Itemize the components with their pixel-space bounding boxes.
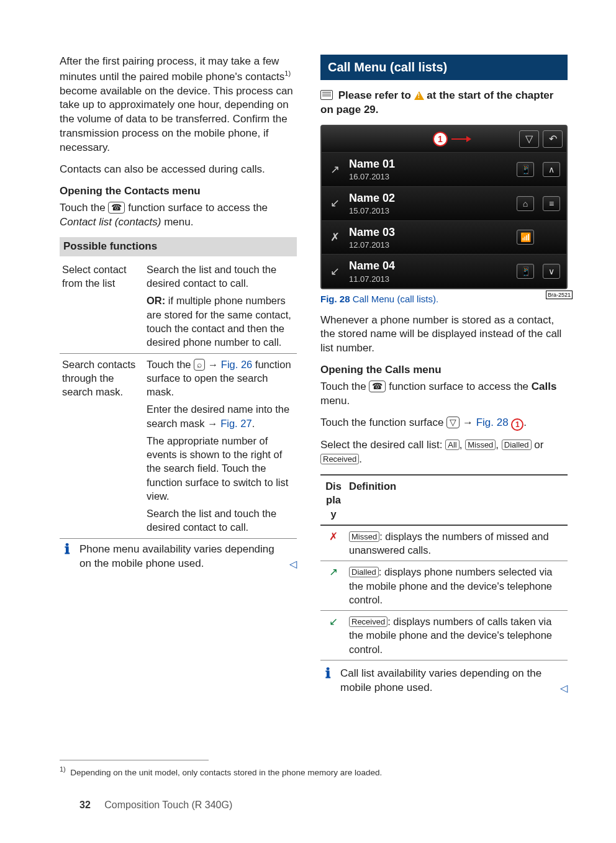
right-note: ℹ Call list availability varies dependin…: [320, 667, 568, 695]
figure-28: 1 ▽ ↶ ↗ Name 01 16.07.2013 📱 ∧: [320, 125, 568, 289]
missed-row-text: Missed: displays the numbers of missed a…: [346, 525, 568, 561]
screenshot-header: 1 ▽ ↶: [322, 126, 566, 152]
signal-icon: 📶: [517, 230, 534, 245]
intro-2: become available on the device. This pro…: [60, 85, 293, 154]
scroll-up-button[interactable]: ∧: [543, 162, 560, 177]
opening-calls-heading: Opening the Calls menu: [320, 363, 568, 377]
call-date: 15.07.2013: [349, 205, 509, 217]
doc-title: Composition Touch (R 340G): [104, 800, 232, 810]
call-list-screenshot: 1 ▽ ↶ ↗ Name 01 16.07.2013 📱 ∧: [320, 125, 568, 289]
para-stored: Whenever a phone number is stored as a c…: [320, 313, 568, 356]
call-date: 11.07.2013: [349, 274, 509, 285]
please-refer: Please refer to at the start of the chap…: [320, 89, 568, 117]
incoming-icon: ↙: [327, 196, 343, 210]
call-date: 16.07.2013: [349, 171, 509, 183]
p2: Contacts can also be accessed during cal…: [60, 163, 297, 177]
incoming-icon: ↙: [327, 264, 343, 279]
fig28-link[interactable]: Fig. 28: [476, 417, 509, 428]
mobile-icon: 📱: [517, 162, 534, 177]
page-number: 32: [79, 800, 91, 810]
missed-key: Missed: [465, 440, 496, 450]
row2-label: Search contacts through the search mask.: [60, 353, 144, 538]
th-definition: Definition: [346, 475, 568, 525]
search-icon: ⌕: [194, 359, 205, 371]
home-icon: ⌂: [517, 196, 534, 211]
phonebook-icon: ☎: [108, 202, 125, 214]
intro-1: After the first pairing process, it may …: [60, 55, 284, 83]
call-row[interactable]: ↗ Name 01 16.07.2013 📱 ∧: [322, 152, 566, 186]
call-name: Name 02: [349, 191, 509, 205]
missed-icon: ✗: [327, 230, 343, 245]
all-key: All: [445, 440, 459, 450]
intro-paragraph: After the first pairing process, it may …: [60, 55, 297, 155]
figure-caption: Fig. 28 Call Menu (call lists).: [320, 293, 568, 305]
touch-calls: Touch the ☎ function surface to access t…: [320, 380, 568, 408]
section-title: Call Menu (call lists): [320, 55, 568, 80]
footnote: 1) Depending on the unit model, only con…: [60, 765, 382, 778]
opening-contacts-heading: Opening the Contacts menu: [60, 184, 297, 199]
left-column: After the first pairing process, it may …: [60, 55, 297, 695]
left-note: ℹ Phone menu availability varies dependi…: [60, 543, 297, 571]
th-display: Display: [320, 475, 346, 525]
call-name: Name 03: [349, 225, 509, 240]
received-row-icon: ↙: [320, 611, 346, 660]
call-date: 12.07.2013: [349, 240, 509, 251]
missed-row-icon: ✗: [320, 525, 346, 561]
callout-arrow-icon: [451, 138, 470, 140]
call-row[interactable]: ✗ Name 03 12.07.2013 📶: [322, 220, 566, 255]
row2-desc: Touch the ⌕ → Fig. 26 function surface t…: [144, 353, 297, 538]
section-end-icon: ◁: [289, 557, 297, 571]
received-key: Received: [320, 454, 359, 464]
section-end-icon: ◁: [560, 682, 568, 695]
scroll-down-button[interactable]: ∨: [543, 264, 560, 279]
functions-table: Select contact from the list Search the …: [60, 259, 297, 539]
call-row[interactable]: ↙ Name 04 11.07.2013 📱 ∨: [322, 254, 566, 288]
possible-functions-header: Possible functions: [60, 237, 297, 256]
right-column: Call Menu (call lists) Please refer to a…: [320, 55, 568, 695]
callout-1: 1: [433, 132, 470, 147]
back-button[interactable]: ↶: [543, 130, 563, 148]
info-icon: ℹ: [320, 667, 335, 695]
fig27-link[interactable]: Fig. 27: [220, 418, 251, 429]
call-row[interactable]: ↙ Name 02 15.07.2013 ⌂ ≡: [322, 186, 566, 220]
touch-instruction: Touch the ☎ function surface to access t…: [60, 201, 297, 230]
book-icon: [320, 90, 333, 100]
definition-table: Display Definition ✗ Missed: displays th…: [320, 474, 568, 660]
image-ref: Bra-2521: [546, 291, 573, 299]
dialled-row-text: Dialled: displays phone numbers selected…: [346, 561, 568, 611]
fig26-link[interactable]: Fig. 26: [221, 359, 252, 370]
dropdown-button[interactable]: ▽: [519, 130, 539, 148]
call-name: Name 04: [349, 258, 509, 273]
footnote-divider: [60, 760, 209, 760]
row1-desc: Search the list and touch the desired co…: [144, 259, 297, 353]
dropdown-icon: ▽: [446, 417, 460, 428]
select-list: Select the desired call list: All, Misse…: [320, 438, 568, 467]
received-row-text: Received: displays numbers of calls take…: [346, 611, 568, 660]
dialled-key: Dialled: [502, 440, 532, 450]
page-footer: 32 Composition Touch (R 340G): [79, 798, 232, 812]
calls-icon: ☎: [369, 381, 386, 392]
call-name: Name 01: [349, 156, 509, 171]
warning-icon: [414, 91, 424, 100]
list-button[interactable]: ≡: [543, 196, 560, 211]
dialled-row-icon: ↗: [320, 561, 346, 611]
callout-ref-1: 1: [511, 418, 523, 431]
touch-dropdown: Touch the function surface ▽ → Fig. 28 1…: [320, 416, 568, 431]
outgoing-icon: ↗: [327, 162, 343, 177]
info-icon: ℹ: [60, 543, 75, 571]
row1-label: Select contact from the list: [60, 259, 144, 353]
mobile-icon: 📱: [517, 264, 534, 279]
footnote-ref: 1): [284, 70, 291, 77]
